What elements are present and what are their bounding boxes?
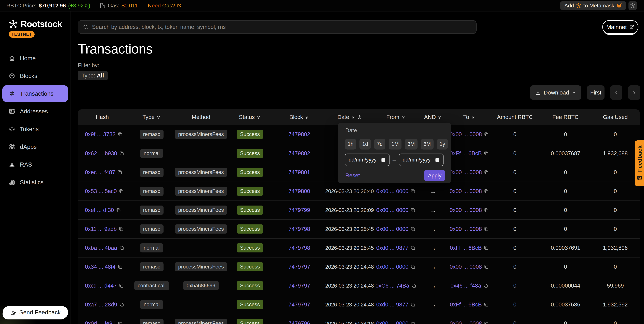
from-address-link[interactable]: 0x00 ... 0000 bbox=[376, 320, 408, 324]
add-to-metamask-button[interactable]: Add to Metamask bbox=[560, 1, 626, 10]
copy-icon[interactable] bbox=[119, 189, 124, 194]
to-address-link[interactable]: 0x00 ... 0008 bbox=[450, 131, 482, 138]
from-address-link[interactable]: 0xd0 ... 9877 bbox=[376, 245, 408, 251]
copy-icon[interactable] bbox=[410, 302, 416, 307]
range-chip-1h[interactable]: 1h bbox=[345, 139, 356, 150]
copy-icon[interactable] bbox=[118, 264, 123, 269]
filter-funnel-icon[interactable] bbox=[304, 115, 309, 120]
search-input[interactable] bbox=[92, 24, 472, 30]
copy-icon[interactable] bbox=[410, 226, 416, 232]
range-chip-6M[interactable]: 6M bbox=[421, 139, 434, 150]
download-button[interactable]: Download bbox=[530, 86, 581, 100]
range-chip-1y[interactable]: 1y bbox=[437, 139, 448, 150]
to-address-link[interactable]: 0x00 ... 0008 bbox=[450, 226, 482, 232]
block-link[interactable]: 7479802 bbox=[288, 131, 310, 138]
range-chip-7d[interactable]: 7d bbox=[374, 139, 385, 150]
to-address-link[interactable]: 0x00 ... 0008 bbox=[450, 320, 482, 324]
tx-hash-link[interactable]: 0x9f ... 3732 bbox=[85, 131, 116, 138]
to-address-link[interactable]: 0xFf ... 6BcB bbox=[450, 245, 482, 251]
tx-hash-link[interactable]: 0xba ... 4baa bbox=[85, 245, 117, 251]
type-filter-chip[interactable]: Type: All bbox=[78, 71, 108, 80]
sidebar-item-addresses[interactable]: Addresses bbox=[2, 103, 68, 120]
copy-icon[interactable] bbox=[119, 302, 124, 307]
copy-icon[interactable] bbox=[484, 264, 489, 269]
copy-icon[interactable] bbox=[119, 283, 124, 288]
copy-icon[interactable] bbox=[484, 226, 489, 232]
from-address-link[interactable]: 0x00 ... 0000 bbox=[376, 188, 408, 194]
rootstock-quick-button[interactable] bbox=[628, 1, 637, 10]
to-address-link[interactable]: 0x00 ... 0008 bbox=[450, 264, 482, 270]
copy-icon[interactable] bbox=[484, 170, 489, 175]
copy-icon[interactable] bbox=[410, 208, 416, 212]
copy-icon[interactable] bbox=[118, 132, 123, 137]
copy-icon[interactable] bbox=[484, 321, 489, 324]
block-link[interactable]: 7479799 bbox=[288, 207, 310, 213]
copy-icon[interactable] bbox=[484, 189, 489, 194]
filter-funnel-icon[interactable] bbox=[156, 115, 161, 120]
calendar-icon[interactable] bbox=[435, 157, 440, 162]
block-link[interactable]: 7479797 bbox=[288, 282, 310, 289]
copy-icon[interactable] bbox=[117, 170, 122, 175]
reset-link[interactable]: Reset bbox=[345, 172, 360, 179]
tx-hash-link[interactable]: 0xef ... df30 bbox=[85, 207, 114, 213]
to-address-link[interactable]: 0x00 ... 0008 bbox=[450, 169, 482, 176]
send-feedback-button[interactable]: Send Feedback bbox=[3, 306, 68, 318]
from-address-link[interactable]: 0xd0 ... 9877 bbox=[376, 302, 408, 308]
block-link[interactable]: 7479797 bbox=[288, 302, 310, 308]
copy-icon[interactable] bbox=[119, 151, 124, 156]
from-address-link[interactable]: 0x00 ... 0000 bbox=[376, 207, 408, 213]
mainnet-button[interactable]: Mainnet bbox=[602, 20, 638, 34]
date-from-input[interactable]: dd/mm/yyyy bbox=[345, 154, 390, 166]
copy-icon[interactable] bbox=[118, 321, 123, 324]
clock-icon[interactable] bbox=[357, 115, 362, 120]
copy-icon[interactable] bbox=[484, 245, 489, 250]
sidebar-item-tokens[interactable]: Tokens bbox=[2, 121, 68, 138]
calendar-icon[interactable] bbox=[381, 157, 386, 162]
to-address-link[interactable]: 0x00 ... 0008 bbox=[450, 188, 482, 194]
filter-funnel-icon[interactable] bbox=[438, 115, 442, 120]
filter-funnel-icon[interactable] bbox=[351, 115, 356, 120]
copy-icon[interactable] bbox=[483, 283, 488, 288]
tx-hash-link[interactable]: 0xa7 ... 28d9 bbox=[85, 302, 117, 308]
to-address-link[interactable]: 0xFf ... 6BcB bbox=[450, 150, 482, 156]
date-to-input[interactable]: dd/mm/yyyy bbox=[399, 154, 444, 166]
to-address-link[interactable]: 0x46 ... f48a bbox=[450, 282, 481, 289]
tx-hash-link[interactable]: 0x0d ... fe91 bbox=[85, 320, 116, 324]
copy-icon[interactable] bbox=[116, 208, 121, 212]
apply-button[interactable]: Apply bbox=[424, 170, 445, 181]
prev-page-button[interactable] bbox=[610, 86, 622, 100]
sidebar-item-dapps[interactable]: dApps bbox=[2, 138, 68, 155]
filter-funnel-icon[interactable] bbox=[256, 115, 261, 120]
copy-icon[interactable] bbox=[119, 245, 124, 250]
block-link[interactable]: 7479798 bbox=[288, 226, 310, 232]
feedback-tab[interactable]: Feedback bbox=[635, 140, 644, 186]
block-link[interactable]: 7479796 bbox=[288, 320, 310, 324]
range-chip-3M[interactable]: 3M bbox=[405, 139, 418, 150]
tx-hash-link[interactable]: 0x53 ... 5ac0 bbox=[85, 188, 117, 194]
tx-hash-link[interactable]: 0x11 ... 9adb bbox=[85, 226, 116, 232]
filter-funnel-icon[interactable] bbox=[401, 115, 406, 120]
copy-icon[interactable] bbox=[410, 245, 416, 250]
block-link[interactable]: 7479801 bbox=[288, 169, 310, 176]
range-chip-1M[interactable]: 1M bbox=[389, 139, 401, 150]
range-chip-1d[interactable]: 1d bbox=[360, 139, 370, 150]
copy-icon[interactable] bbox=[484, 208, 489, 212]
brand-logo[interactable]: Rootstock bbox=[8, 19, 70, 29]
copy-icon[interactable] bbox=[484, 151, 489, 156]
tx-hash-link[interactable]: 0x34 ... 48f4 bbox=[85, 264, 116, 270]
need-gas-link[interactable]: Need Gas? bbox=[148, 2, 182, 9]
from-address-link[interactable]: 0x00 ... 0000 bbox=[376, 226, 408, 232]
copy-icon[interactable] bbox=[484, 302, 489, 307]
sidebar-item-ras[interactable]: RAS bbox=[2, 156, 68, 173]
copy-icon[interactable] bbox=[411, 283, 416, 288]
copy-icon[interactable] bbox=[410, 321, 416, 324]
from-address-link[interactable]: 0xC6 ... 74Ba bbox=[376, 282, 409, 289]
to-address-link[interactable]: 0xFf ... 6BcB bbox=[450, 302, 482, 308]
sidebar-item-home[interactable]: Home bbox=[2, 50, 68, 67]
block-link[interactable]: 7479800 bbox=[288, 188, 310, 194]
sidebar-item-transactions[interactable]: Transactions bbox=[2, 85, 68, 102]
copy-icon[interactable] bbox=[484, 132, 489, 137]
tx-hash-link[interactable]: 0x62 ... b930 bbox=[85, 150, 117, 156]
sidebar-item-blocks[interactable]: Blocks bbox=[2, 68, 68, 84]
copy-icon[interactable] bbox=[119, 226, 124, 232]
